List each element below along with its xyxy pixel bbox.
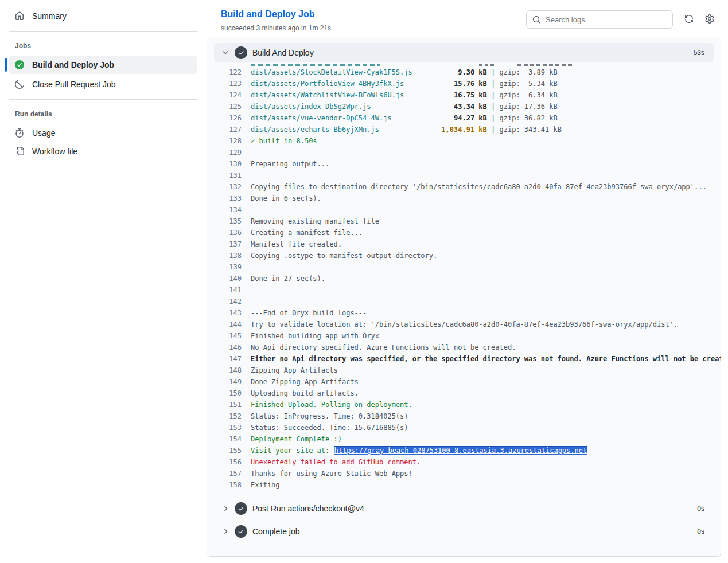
step-header-complete-job[interactable]: Complete job 0s	[214, 522, 714, 541]
log-line: 125dist/assets/index-DbSg2Wpr.js 43.34 k…	[214, 101, 714, 112]
log-line-number[interactable]: 144	[214, 319, 242, 330]
log-text-segment: Done Zipping App Artifacts	[251, 378, 359, 386]
log-line-number[interactable]: 123	[214, 78, 242, 89]
log-line-content: dist/assets/index-DbSg2Wpr.js 43.34 kB |…	[242, 101, 558, 112]
log-line-content	[242, 204, 251, 216]
log-line-number[interactable]: 137	[214, 239, 242, 250]
log-line-content	[242, 296, 251, 307]
job-title-link[interactable]: Build and Deploy Job	[221, 9, 315, 19]
log-line: 145Finished building app with Oryx	[214, 330, 714, 342]
log-output: 122dist/assets/StockDetailView-Cyak1F5S.…	[214, 67, 714, 491]
log-line-number[interactable]: 133	[214, 193, 242, 204]
log-line: 140Done in 27 sec(s).	[214, 273, 714, 284]
log-line-number[interactable]: 140	[214, 273, 242, 284]
log-text-segment: Manifest file created.	[251, 240, 342, 248]
log-line-number[interactable]: 150	[214, 388, 242, 399]
log-line-number[interactable]: 141	[214, 284, 242, 296]
log-line-number[interactable]: 154	[214, 433, 242, 445]
log-line: 129	[214, 147, 714, 158]
log-line-number[interactable]: 143	[214, 307, 242, 319]
log-line-number[interactable]: 122	[214, 67, 242, 78]
log-line-number[interactable]: 131	[214, 170, 242, 181]
log-line-content: No Api directory specified. Azure Functi…	[242, 342, 516, 353]
sidebar-item-build-and-deploy-job[interactable]: Build and Deploy Job	[9, 56, 197, 74]
log-text-segment: dist/assets/index-DbSg2Wpr.js	[251, 103, 371, 111]
step-title: Complete job	[252, 527, 300, 536]
log-text-segment: dist/assets/vue-vendor-DpC54_4W.js	[251, 114, 392, 122]
sidebar-item-close-pull-request-job[interactable]: Close Pull Request Job	[9, 75, 197, 93]
log-line-number[interactable]: 125	[214, 101, 242, 112]
log-line-number[interactable]: 145	[214, 330, 242, 342]
log-line-number[interactable]: 129	[214, 147, 242, 158]
log-controls	[526, 10, 714, 29]
log-text-segment: Thanks for using Azure Static Web Apps!	[251, 470, 412, 478]
log-line: 147Either no Api directory was specified…	[214, 353, 714, 365]
log-line: 123dist/assets/PortfolioView-4BHy3fkX.js…	[214, 78, 714, 89]
log-line-number[interactable]: 132	[214, 181, 242, 193]
home-icon	[15, 11, 24, 21]
step-header-post-run-checkout[interactable]: Post Run actions/checkout@v4 0s	[214, 499, 714, 518]
site-url-link[interactable]: https://gray-beach-028753100-8.eastasia.…	[334, 446, 588, 455]
sidebar-item-usage[interactable]: Usage	[9, 124, 197, 142]
log-line-number[interactable]: 127	[214, 124, 242, 135]
sidebar-item-label: Build and Deploy Job	[32, 60, 114, 69]
log-line-content	[242, 147, 251, 158]
log-line-number[interactable]: 147	[214, 353, 242, 365]
log-text-segment: | gzip: 36.82 kB	[487, 114, 558, 122]
refresh-logs-button[interactable]	[684, 14, 694, 25]
sidebar-item-workflow-file[interactable]: Workflow file	[9, 142, 197, 161]
log-line-number[interactable]: 149	[214, 376, 242, 388]
log-line-number[interactable]: 157	[214, 468, 242, 479]
log-line-content: dist/assets/WatchlistView-BFoWls6U.js 16…	[242, 89, 558, 101]
log-line-content: Copying .ostype to manifest output direc…	[242, 250, 437, 261]
log-line-number[interactable]: 151	[214, 399, 242, 410]
log-settings-button[interactable]	[705, 14, 714, 25]
sidebar-divider	[9, 31, 197, 32]
log-line-content: Either no Api directory was specified, o…	[242, 353, 721, 365]
log-text-segment: Deployment Complete :)	[251, 435, 342, 443]
log-line: 146No Api directory specified. Azure Fun…	[214, 342, 714, 353]
log-line-number[interactable]: 139	[214, 261, 242, 273]
log-line-number[interactable]: 136	[214, 227, 242, 239]
log-text-segment: Creating a manifest file...	[251, 229, 363, 237]
log-text-segment: dist/assets/echarts-Bb6yjXMn.js	[251, 126, 379, 134]
log-text-segment: Done in 27 sec(s).	[251, 275, 325, 283]
log-line-content: Finished building app with Oryx	[242, 330, 379, 342]
log-line-content: Done in 6 sec(s).	[242, 193, 321, 204]
log-line: 155Visit your site at: https://gray-beac…	[214, 445, 714, 456]
log-text-segment: Preparing output...	[251, 160, 329, 168]
sidebar-item-summary[interactable]: Summary	[9, 7, 197, 25]
log-line-number[interactable]: 146	[214, 342, 242, 353]
step-header-build-and-deploy[interactable]: Build And Deploy 53s	[214, 43, 714, 62]
log-line-number[interactable]: 155	[214, 445, 242, 456]
log-line: 142	[214, 296, 714, 307]
log-line-number[interactable]: 134	[214, 204, 242, 216]
log-line-number[interactable]: 126	[214, 112, 242, 124]
log-line-number[interactable]: 128	[214, 135, 242, 147]
log-line-number[interactable]: 152	[214, 410, 242, 422]
log-line-number[interactable]: 138	[214, 250, 242, 261]
log-line-content: Deployment Complete :)	[242, 433, 342, 445]
log-line-content: Done in 27 sec(s).	[242, 273, 325, 284]
log-text-segment: 15.76 kB	[404, 80, 487, 88]
log-line: 136Creating a manifest file...	[214, 227, 714, 239]
search-logs-input[interactable]	[546, 15, 667, 24]
log-line: 151Finished Upload. Polling on deploymen…	[214, 399, 714, 410]
log-line-content: Try to validate location at: '/bin/stati…	[242, 319, 678, 330]
log-line-number[interactable]: 153	[214, 422, 242, 433]
log-line-number[interactable]: 130	[214, 158, 242, 170]
log-line-content: Thanks for using Azure Static Web Apps!	[242, 468, 412, 479]
step-check-icon	[235, 502, 247, 515]
log-line-number[interactable]: 156	[214, 456, 242, 468]
log-line-number[interactable]: 124	[214, 89, 242, 101]
log-line-number[interactable]: 148	[214, 365, 242, 376]
log-text-segment: | gzip: 5.34 kB	[487, 80, 558, 88]
step-title: Build And Deploy	[252, 48, 314, 57]
jobs-heading: Jobs	[9, 37, 197, 56]
log-line-number[interactable]: 142	[214, 296, 242, 307]
log-line-number[interactable]: 158	[214, 479, 242, 491]
step-duration: 0s	[697, 505, 704, 513]
log-line-number[interactable]: 135	[214, 216, 242, 227]
log-text-segment: Status: Succeeded. Time: 15.6716885(s)	[251, 424, 408, 432]
log-text-segment: Exiting	[251, 481, 280, 489]
